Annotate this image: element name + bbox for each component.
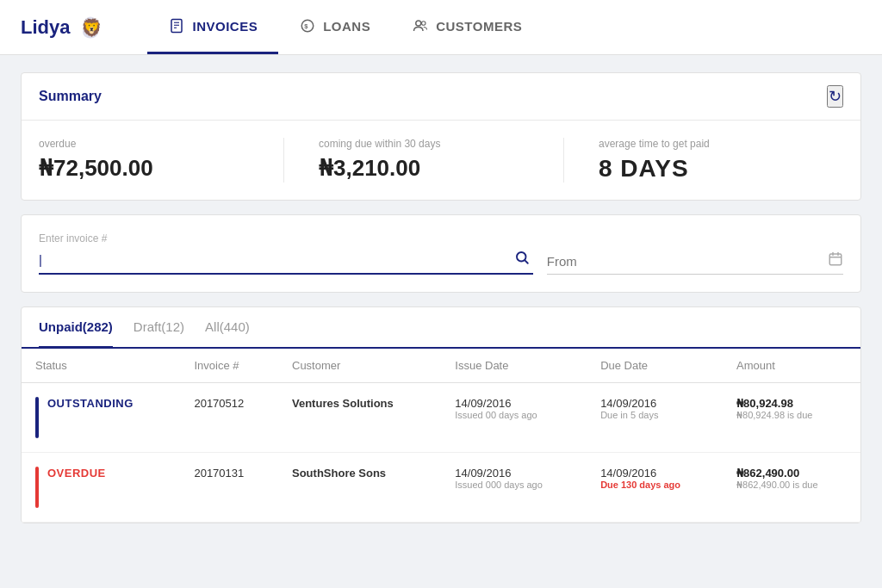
status-text: OUTSTANDING [47,397,134,410]
col-customer: Customer [278,349,441,383]
nav-label-loans: LOANS [323,19,370,34]
cell-status: OUTSTANDING [22,383,180,453]
logo-text: Lidya [21,16,70,39]
customers-icon [412,17,429,34]
cell-customer: SouthShore Sons [278,453,441,523]
search-input-wrapper [39,250,533,275]
nav-item-invoices[interactable]: INVOICES [147,0,278,54]
svg-text:$: $ [304,22,308,30]
header: Lidya 🦁 INVOICES $ LOANS CUSTOMERS [0,0,882,55]
calendar-button[interactable] [828,251,843,270]
svg-point-9 [416,21,421,26]
nav-label-invoices: INVOICES [192,19,258,34]
nav-label-customers: CUSTOMERS [436,19,522,34]
refresh-button[interactable]: ↻ [827,85,843,108]
table-row[interactable]: OUTSTANDING 20170512 Ventures Solutions … [22,383,860,453]
summary-card: Summary ↻ overdue ₦72,500.00 coming due … [21,72,861,201]
cell-invoice-num: 20170512 [180,383,278,453]
cell-invoice-num: 20170131 [180,453,278,523]
nav-item-customers[interactable]: CUSTOMERS [391,0,543,54]
table-body: OUTSTANDING 20170512 Ventures Solutions … [22,383,860,523]
logo: Lidya 🦁 [21,0,106,54]
col-amount: Amount [723,349,860,383]
search-row: Enter invoice # [39,232,843,275]
main-content: Summary ↻ overdue ₦72,500.00 coming due … [0,55,882,541]
svg-line-12 [525,260,527,263]
cell-amount: ₦862,490.00 ₦862,490.00 is due [723,453,860,523]
loans-icon: $ [299,17,316,34]
search-button[interactable] [511,250,533,269]
stat-coming-due-value: ₦3,210.00 [319,155,529,182]
table-row[interactable]: OVERDUE 20170131 SouthShore Sons 14/09/2… [22,453,860,523]
cell-amount: ₦80,924.98 ₦80,924.98 is due [723,383,860,453]
svg-rect-13 [829,254,842,265]
stat-coming-due: coming due within 30 days ₦3,210.00 [283,138,563,183]
logo-icon: 🦁 [75,12,106,43]
stat-overdue-label: overdue [39,138,249,150]
status-text: OVERDUE [47,467,106,480]
stat-overdue-value: ₦72,500.00 [39,155,249,182]
cell-issue-date: 14/09/2016 Issued 000 days ago [441,453,587,523]
date-filter-field [547,234,843,275]
col-invoice-num: Invoice # [180,349,278,383]
date-from-input[interactable] [547,254,828,269]
summary-title: Summary [39,89,102,104]
stat-avg-time-label: average time to get paid [599,138,809,150]
cell-status: OVERDUE [22,453,180,523]
status-bar [35,467,39,508]
invoice-search-label: Enter invoice # [39,232,533,244]
search-card: Enter invoice # [21,214,861,293]
col-due-date: Due Date [587,349,723,383]
tab-all[interactable]: All(440) [205,307,250,349]
cell-due-date: 14/09/2016 Due in 5 days [587,383,723,453]
invoices-table: Status Invoice # Customer Issue Date Due… [22,349,860,523]
invoice-icon [168,17,185,34]
table-card: Unpaid(282) Draft(12) All(440) Status In… [21,306,861,523]
invoice-tabs: Unpaid(282) Draft(12) All(440) [22,307,860,349]
col-issue-date: Issue Date [441,349,587,383]
svg-point-10 [422,22,426,26]
summary-header: Summary ↻ [22,73,860,121]
col-status: Status [22,349,180,383]
main-nav: INVOICES $ LOANS CUSTOMERS [147,0,861,54]
table-header: Status Invoice # Customer Issue Date Due… [22,349,860,383]
cell-customer: Ventures Solutions [278,383,441,453]
stat-avg-time: average time to get paid 8 DAYS [563,138,843,183]
stat-coming-due-label: coming due within 30 days [319,138,529,150]
svg-rect-3 [171,20,182,33]
tab-unpaid[interactable]: Unpaid(282) [39,307,113,349]
svg-text:🦁: 🦁 [82,17,103,38]
summary-stats: overdue ₦72,500.00 coming due within 30 … [22,121,860,200]
tab-draft[interactable]: Draft(12) [134,307,184,349]
status-bar [35,397,39,438]
invoice-search-input[interactable] [39,252,511,267]
cell-due-date: 14/09/2016 Due 130 days ago [587,453,723,523]
cell-issue-date: 14/09/2016 Issued 00 days ago [441,383,587,453]
stat-overdue: overdue ₦72,500.00 [39,138,283,183]
stat-avg-time-value: 8 DAYS [599,155,809,183]
invoice-search-field: Enter invoice # [39,232,533,275]
nav-item-loans[interactable]: $ LOANS [278,0,391,54]
date-input-wrapper [547,251,843,275]
